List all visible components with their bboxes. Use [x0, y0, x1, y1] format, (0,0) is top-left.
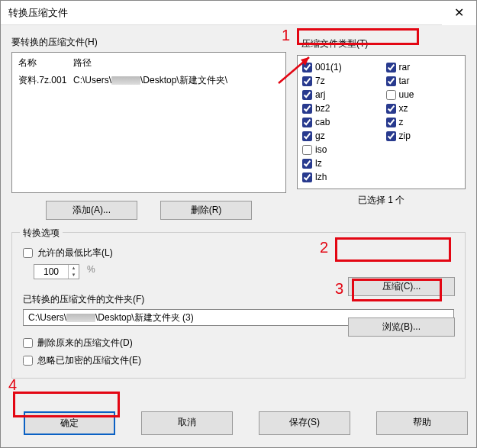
files-to-convert-label[interactable]: 要转换的压缩文件(H)	[11, 36, 286, 49]
type-checkbox-label: tar	[399, 76, 410, 86]
type-checkbox-label: lzh	[315, 172, 327, 182]
type-checkbox-label: 001(1)	[315, 62, 342, 73]
type-checkbox-input[interactable]	[302, 159, 312, 169]
cancel-button[interactable]: 取消	[141, 411, 233, 435]
ok-button[interactable]: 确定	[24, 411, 115, 435]
type-checkbox[interactable]: zip	[386, 129, 461, 143]
file-list-headers: 名称 路径	[14, 54, 284, 72]
allow-min-ratio-checkbox[interactable]: 允许的最低比率(L)	[23, 247, 454, 259]
redacted-segment	[111, 76, 140, 85]
type-checkbox-input[interactable]	[302, 172, 312, 182]
titlebar: 转换压缩文件 ✕	[1, 1, 476, 25]
type-checkbox-input[interactable]	[386, 90, 396, 100]
table-row[interactable]: 资料.7z.001 C:\Users\\Desktop\新建文件夹\	[14, 72, 284, 89]
type-checkbox[interactable]: bz2	[302, 102, 377, 115]
ignore-encrypted-input[interactable]	[23, 356, 33, 366]
type-checkbox-label: cab	[315, 117, 330, 127]
compress-button[interactable]: 压缩(C)...	[348, 277, 455, 296]
type-checkbox[interactable]: 7z	[302, 74, 377, 88]
type-checkbox-input[interactable]	[302, 118, 312, 127]
type-checkbox-label: uue	[399, 89, 414, 100]
save-button[interactable]: 保存(S)	[259, 411, 350, 435]
type-checkbox-label: gz	[315, 131, 325, 141]
spinner-arrows[interactable]: ▲▼	[68, 265, 79, 279]
type-checkbox-input[interactable]	[302, 145, 312, 155]
type-checkbox[interactable]: tar	[386, 74, 461, 88]
type-checkbox-label: arj	[315, 89, 325, 100]
type-checkbox-label: bz2	[315, 103, 330, 114]
selected-count: 已选择 1 个	[297, 194, 466, 207]
type-checkbox-label: rar	[399, 62, 411, 73]
dialog-body: 要转换的压缩文件(H) 名称 路径 资料.7z.001 C:\Users\\De…	[1, 25, 476, 401]
type-checkbox-label: xz	[399, 103, 408, 114]
ignore-encrypted-checkbox[interactable]: 忽略已加密的压缩文件(E)	[23, 354, 454, 367]
type-checkbox[interactable]: xz	[386, 102, 461, 115]
dialog-window: 转换压缩文件 ✕ 要转换的压缩文件(H) 名称 路径 资料.7z.001 C:\…	[0, 0, 477, 448]
type-checkbox-label: zip	[399, 131, 411, 141]
type-checkbox[interactable]: gz	[302, 129, 377, 143]
type-checkbox[interactable]: z	[386, 115, 461, 129]
type-checkbox-label: iso	[315, 144, 327, 155]
type-checkbox-input[interactable]	[386, 131, 396, 141]
delete-button[interactable]: 删除(R)	[160, 201, 252, 220]
window-title: 转换压缩文件	[8, 6, 68, 20]
cell-name: 资料.7z.001	[18, 74, 73, 87]
delete-original-checkbox[interactable]: 删除原来的压缩文件(D)	[23, 337, 454, 350]
type-checkbox-input[interactable]	[302, 90, 312, 100]
close-icon: ✕	[454, 5, 464, 20]
archive-types-grid: 001(1)rar7ztararjuuebz2xzcabzgzzipisolzl…	[297, 55, 466, 189]
ignore-encrypted-label: 忽略已加密的压缩文件(E)	[37, 354, 141, 367]
type-checkbox-input[interactable]	[302, 63, 312, 73]
cell-path: C:\Users\\Desktop\新建文件夹\	[73, 74, 227, 87]
type-checkbox-input[interactable]	[302, 104, 312, 114]
type-checkbox-label: z	[399, 117, 404, 127]
type-checkbox-input[interactable]	[386, 118, 396, 127]
redacted-segment	[66, 314, 95, 322]
chevron-up-icon[interactable]: ▲	[69, 265, 79, 272]
type-checkbox[interactable]	[386, 143, 461, 156]
footer-buttons: 确定 取消 保存(S) 帮助	[1, 401, 476, 447]
type-checkbox[interactable]: iso	[302, 143, 377, 156]
type-checkbox-input[interactable]	[386, 104, 396, 114]
type-checkbox-input[interactable]	[302, 131, 312, 141]
type-checkbox-label: 7z	[315, 76, 325, 86]
allow-min-ratio-label: 允许的最低比率(L)	[37, 247, 113, 259]
close-button[interactable]: ✕	[442, 1, 476, 25]
type-checkbox[interactable]: lz	[302, 156, 377, 170]
annotation-number-4: 4	[8, 376, 17, 394]
type-checkbox-label: lz	[315, 158, 322, 169]
type-checkbox-input[interactable]	[386, 76, 396, 86]
allow-min-ratio-input[interactable]	[23, 248, 33, 258]
percent-label: %	[87, 264, 95, 275]
archive-types-label[interactable]: 压缩文件类型(T)	[297, 36, 466, 52]
type-checkbox[interactable]	[386, 170, 461, 184]
convert-options-legend: 转换选项	[20, 227, 63, 240]
type-checkbox-input[interactable]	[302, 76, 312, 86]
type-checkbox[interactable]: cab	[302, 115, 377, 129]
type-checkbox[interactable]: arj	[302, 88, 377, 102]
folder-label[interactable]: 已转换的压缩文件的文件夹(F)	[23, 294, 144, 305]
file-list[interactable]: 名称 路径 资料.7z.001 C:\Users\\Desktop\新建文件夹\	[11, 52, 286, 193]
ratio-value: 100	[34, 266, 68, 277]
add-button[interactable]: 添加(A)...	[46, 201, 137, 220]
type-checkbox[interactable]	[386, 156, 461, 170]
chevron-down-icon[interactable]: ▼	[69, 272, 79, 279]
browse-button[interactable]: 浏览(B)...	[348, 317, 455, 337]
col-name: 名称	[18, 56, 73, 69]
type-checkbox[interactable]: uue	[386, 88, 461, 102]
col-path: 路径	[73, 56, 92, 69]
help-button[interactable]: 帮助	[376, 411, 468, 435]
type-checkbox[interactable]: 001(1)	[302, 60, 377, 74]
delete-original-input[interactable]	[23, 338, 33, 348]
type-checkbox[interactable]: lzh	[302, 170, 377, 184]
delete-original-label: 删除原来的压缩文件(D)	[37, 337, 133, 350]
type-checkbox-input[interactable]	[386, 63, 396, 73]
ratio-spinner[interactable]: 100 ▲▼	[34, 264, 79, 279]
type-checkbox[interactable]: rar	[386, 60, 461, 74]
file-buttons-row: 添加(A)... 删除(R)	[11, 201, 286, 220]
